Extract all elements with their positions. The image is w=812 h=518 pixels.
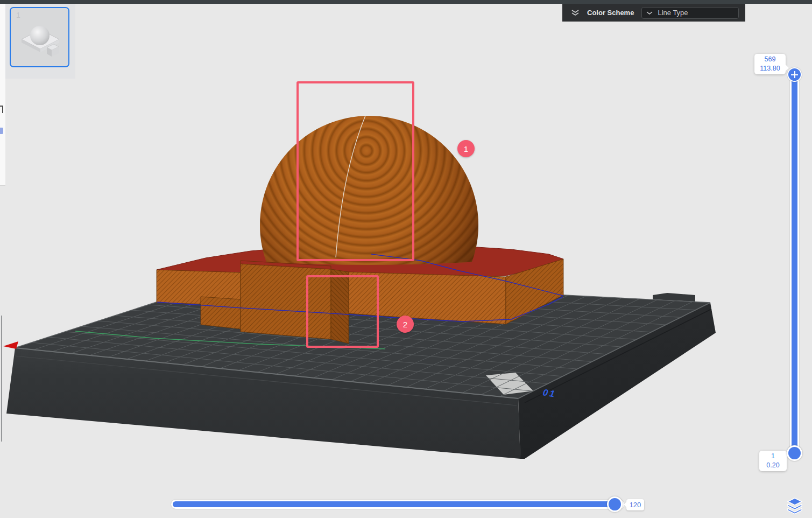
step-slider-handle[interactable] xyxy=(607,496,623,512)
slicer-preview-window: 01 xyxy=(0,0,812,518)
bottom-layer-height: 0.20 xyxy=(762,461,783,470)
window-top-strip xyxy=(0,0,812,4)
top-layer-number: 569 xyxy=(758,55,782,64)
left-sidebar-sliver xyxy=(0,4,5,186)
step-slider-fill xyxy=(173,501,616,507)
color-scheme-bar: Color Scheme Line Type xyxy=(562,4,745,22)
color-scheme-dropdown[interactable]: Line Type xyxy=(641,7,739,19)
annotation-badge-1: 1 xyxy=(457,140,475,157)
color-scheme-title: Color Scheme xyxy=(587,9,634,17)
step-slider-value: 120 xyxy=(626,499,644,510)
color-scheme-value: Line Type xyxy=(658,9,688,17)
x-axis-arrow xyxy=(3,341,18,349)
left-toolbar-partial-icon xyxy=(0,106,3,113)
layer-slider-top-tooltip: 569 113.80 xyxy=(754,54,786,74)
layer-slider-bottom-handle[interactable] xyxy=(787,445,802,461)
plate-thumbnail-image xyxy=(16,18,65,63)
plate-thumbnail-card[interactable]: 1 xyxy=(10,7,69,67)
chevron-down-icon xyxy=(646,11,653,15)
left-panel-edge xyxy=(1,316,2,442)
left-toolbar-partial-icon-blue xyxy=(0,128,3,134)
layers-view-button[interactable] xyxy=(786,496,803,515)
selection-rect-1 xyxy=(296,81,414,261)
plate-marking: 01 xyxy=(542,387,557,400)
layer-slider-bottom-tooltip: 1 0.20 xyxy=(759,451,787,471)
double-chevron-down-icon[interactable] xyxy=(571,9,580,17)
layer-slider-fill xyxy=(792,71,797,456)
base-step-block xyxy=(201,297,241,329)
add-layer-marker-icon xyxy=(794,71,795,78)
plate-list-panel: 1 xyxy=(5,4,75,79)
top-layer-height: 113.80 xyxy=(758,64,782,73)
bottom-layer-number: 1 xyxy=(762,452,783,461)
layer-slider-top-handle[interactable] xyxy=(787,67,802,82)
selection-rect-2 xyxy=(306,275,379,348)
annotation-badge-2: 2 xyxy=(397,316,414,333)
